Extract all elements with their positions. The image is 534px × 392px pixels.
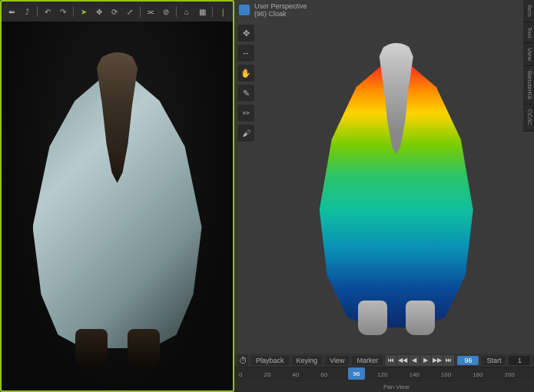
playhead[interactable]: 96 <box>348 367 365 380</box>
prev-key-icon[interactable]: ◀◀ <box>397 355 408 366</box>
left-viewport: ⬅ ⤴ ↶ ↷ ➤ ✥ ⟳ ⤢ ⫘ ⊘ ⌂ ▦ ❘ <box>0 0 234 392</box>
export-icon[interactable]: ⤴ <box>20 5 34 18</box>
sculpt-tool-icon[interactable]: ✋ <box>237 65 254 81</box>
tool-shelf: ✥ ↔ ✋ ✎ ✏ 🖌 <box>237 25 254 141</box>
cursor-tool-icon[interactable]: ✥ <box>237 25 254 42</box>
jump-start-icon[interactable]: ⏮ <box>386 355 396 366</box>
start-label: Start <box>482 356 506 365</box>
rendered-preview[interactable] <box>2 22 233 390</box>
select-arrow-icon[interactable]: ➤ <box>77 5 91 18</box>
left-toolbar: ⬅ ⤴ ↶ ↷ ➤ ✥ ⟳ ⤢ ⫘ ⊘ ⌂ ▦ ❘ <box>2 2 233 22</box>
tab-item[interactable]: Item <box>523 0 534 22</box>
object-mode-icon[interactable] <box>239 5 250 15</box>
link-icon[interactable]: ⫘ <box>144 5 158 18</box>
rotate-icon[interactable]: ⟳ <box>108 5 121 18</box>
move-icon[interactable]: ✥ <box>92 5 106 18</box>
play-icon[interactable]: ▶ <box>420 355 431 366</box>
jump-end-icon[interactable]: ⏭ <box>443 355 454 366</box>
marker-icon[interactable]: ❘ <box>216 5 230 18</box>
home-icon[interactable]: ⌂ <box>180 5 194 18</box>
tab-ccic[interactable]: CC/iC <box>523 105 534 131</box>
view-menu[interactable]: View <box>325 356 349 365</box>
scale-icon[interactable]: ⤢ <box>123 5 137 18</box>
keying-menu[interactable]: Keying <box>292 356 323 365</box>
undo-icon[interactable]: ↶ <box>41 5 55 18</box>
tab-tool[interactable]: Tool <box>523 22 534 44</box>
current-frame[interactable]: 96 <box>457 356 479 365</box>
physics-preview-mesh <box>320 51 473 335</box>
side-tabs: Item Tool View BlenderKit CC/iC <box>523 0 534 131</box>
active-object-label: (96) Cloak <box>254 10 307 18</box>
perspective-label: User Perspective <box>254 2 307 10</box>
measure-tool-icon[interactable]: ✎ <box>237 85 254 101</box>
tab-view[interactable]: View <box>523 43 534 66</box>
next-key-icon[interactable]: ▶▶ <box>432 355 443 366</box>
move-tool-icon[interactable]: ↔ <box>237 45 254 61</box>
annotate-tool-icon[interactable]: ✏ <box>237 105 254 121</box>
marker-menu[interactable]: Marker <box>352 356 383 365</box>
status-footer: Pan View <box>234 381 534 392</box>
viewport-header: User Perspective (96) Cloak <box>234 0 534 20</box>
redo-icon[interactable]: ↷ <box>56 5 70 18</box>
playback-menu[interactable]: Playback <box>251 356 289 365</box>
start-frame[interactable]: 1 <box>509 356 530 365</box>
tab-blenderkit[interactable]: BlenderKit <box>523 66 534 105</box>
timeline-track[interactable]: 0 20 40 60 80 120 140 160 180 200 96 <box>234 367 534 381</box>
brush-tool-icon[interactable]: 🖌 <box>237 125 254 141</box>
timeline: ⏱ Playback Keying View Marker ⏮ ◀◀ ◀ ▶ ▶… <box>234 354 534 392</box>
timeline-mode-icon[interactable]: ⏱ <box>237 355 248 366</box>
play-rev-icon[interactable]: ◀ <box>409 355 420 366</box>
3d-viewport[interactable]: ✥ ↔ ✋ ✎ ✏ 🖌 🔍 ✥ 📷 ▦ <box>234 20 534 354</box>
unlink-icon[interactable]: ⊘ <box>159 5 173 18</box>
grid-icon[interactable]: ▦ <box>195 5 209 18</box>
center-column: User Perspective (96) Cloak ✥ ↔ ✋ ✎ ✏ 🖌 <box>234 0 534 392</box>
back-icon[interactable]: ⬅ <box>5 5 18 18</box>
